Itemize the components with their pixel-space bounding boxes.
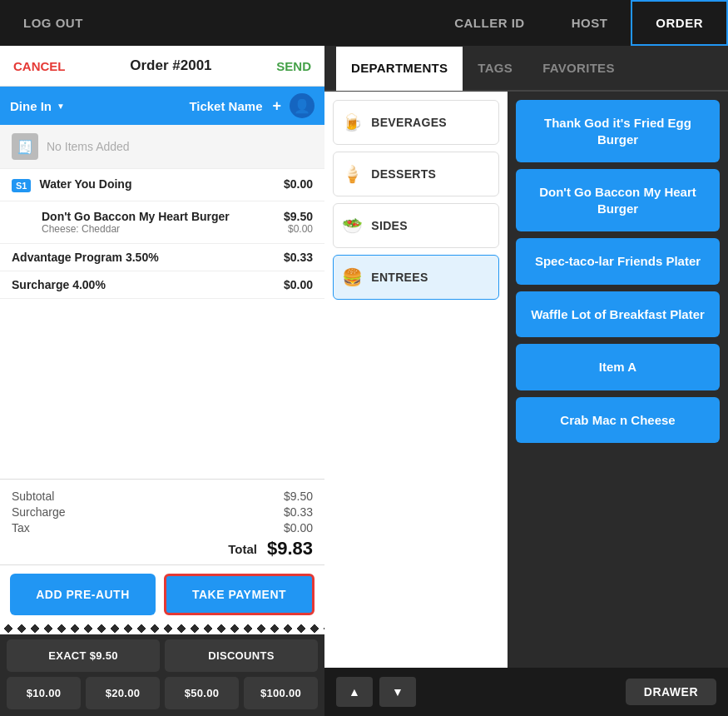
right-panel: DEPARTMENTS TAGS FAVORITES 🍺 BEVERAGES 🍦… [324, 46, 728, 716]
order-header: CANCEL Order #2001 SEND [0, 46, 324, 87]
dept-desserts[interactable]: 🍦 DESSERTS [333, 152, 499, 196]
menu-item-4[interactable]: Item A [516, 344, 720, 390]
dept-sides[interactable]: 🥗 SIDES [333, 203, 499, 248]
ticket-name-label: Ticket Name [189, 99, 262, 113]
dept-desserts-label: DESSERTS [371, 167, 436, 181]
item-badge: S1 [12, 179, 31, 192]
total-amount: $9.83 [267, 538, 313, 559]
desserts-icon: 🍦 [342, 164, 363, 184]
no-items-row: 🧾 No Items Added [0, 125, 324, 169]
menu-item-1[interactable]: Don't Go Baccon My Heart Burger [516, 169, 720, 231]
tab-favorites[interactable]: FAVORITES [527, 47, 630, 91]
table-row[interactable]: S1 Water You Doing $0.00 [0, 169, 324, 201]
pre-auth-button[interactable]: ADD PRE-AUTH [10, 574, 156, 615]
surcharge-label: Surcharge [12, 505, 66, 519]
amount-10-button[interactable]: $10.00 [7, 677, 81, 709]
subtotal-label: Subtotal [12, 490, 54, 503]
fee-label: Surcharge 4.00% [12, 278, 106, 291]
ticket-row: Dine In ▼ Ticket Name + 👤 [0, 87, 324, 125]
menu-item-2[interactable]: Spec-taco-lar Friends Plater [516, 238, 720, 285]
dept-entrees[interactable]: 🍔 ENTREES [333, 255, 499, 300]
dine-in-label: Dine In [10, 99, 52, 113]
cancel-button[interactable]: CANCEL [13, 59, 66, 73]
send-button[interactable]: SEND [276, 59, 311, 73]
tax-row: Tax $0.00 [12, 521, 313, 535]
amount-50-button[interactable]: $50.00 [165, 677, 239, 709]
item-details: Water You Doing [39, 177, 275, 191]
menu-item-0[interactable]: Thank God it's Fried Egg Burger [516, 100, 720, 162]
dept-entrees-label: ENTREES [371, 271, 428, 284]
item-price: $0.00 [284, 177, 313, 191]
beverages-icon: 🍺 [342, 112, 363, 132]
tax-amount: $0.00 [284, 521, 313, 535]
dept-beverages-label: BEVERAGES [371, 116, 447, 129]
add-ticket-button[interactable]: + [272, 97, 281, 115]
nav-logout[interactable]: LOG OUT [0, 0, 106, 46]
tab-tags[interactable]: TAGS [463, 47, 527, 91]
item-modifier-price: $0.00 [284, 223, 313, 235]
dept-beverages[interactable]: 🍺 BEVERAGES [333, 100, 499, 145]
fee-amount: $0.00 [284, 278, 313, 291]
order-items-list: S1 Water You Doing $0.00 Don't Go Baccon… [0, 169, 324, 479]
drawer-button[interactable]: DRAWER [626, 679, 716, 705]
dept-items-area: 🍺 BEVERAGES 🍦 DESSERTS 🥗 SIDES 🍔 ENTREES [324, 92, 728, 668]
main-content: CANCEL Order #2001 SEND Dine In ▼ Ticket… [0, 46, 728, 716]
fee-label: Advantage Program 3.50% [12, 251, 159, 264]
quick-row-1: EXACT $9.50 DISCOUNTS [0, 634, 324, 674]
item-details: Don't Go Baccon My Heart Burger Cheese: … [42, 210, 275, 235]
surcharge-amount: $0.33 [284, 505, 313, 519]
totals-section: Subtotal $9.50 Surcharge $0.33 Tax $0.00… [0, 479, 324, 564]
nav-caller-id[interactable]: CALLER ID [431, 0, 548, 46]
receipt-icon: 🧾 [12, 133, 38, 160]
item-name: Water You Doing [39, 177, 275, 191]
item-price: $9.50 [284, 210, 313, 223]
fee-amount: $0.33 [284, 251, 313, 264]
tabs-row: DEPARTMENTS TAGS FAVORITES [324, 46, 728, 92]
item-modifier: Cheese: Cheddar [42, 223, 275, 235]
quick-row-2: $10.00 $20.00 $50.00 $100.00 [0, 674, 324, 716]
subtotal-amount: $9.50 [284, 490, 313, 503]
tax-label: Tax [12, 521, 30, 535]
departments-list: 🍺 BEVERAGES 🍦 DESSERTS 🥗 SIDES 🍔 ENTREES [324, 92, 508, 668]
quick-bar: EXACT $9.50 DISCOUNTS $10.00 $20.00 $50.… [0, 634, 324, 716]
top-nav: LOG OUT CALLER ID HOST ORDER [0, 0, 728, 46]
take-payment-button[interactable]: TAKE PAYMENT [164, 574, 314, 615]
nav-host[interactable]: HOST [548, 0, 631, 46]
amount-100-button[interactable]: $100.00 [244, 677, 318, 709]
left-panel: CANCEL Order #2001 SEND Dine In ▼ Ticket… [0, 46, 324, 716]
dine-in-selector[interactable]: Dine In ▼ [10, 99, 65, 113]
fee-row-advantage: Advantage Program 3.50% $0.33 [0, 244, 324, 271]
exact-amount-button[interactable]: EXACT $9.50 [7, 639, 160, 672]
entrees-icon: 🍔 [342, 267, 363, 287]
table-row[interactable]: Don't Go Baccon My Heart Burger Cheese: … [0, 201, 324, 244]
menu-item-3[interactable]: Waffle Lot of Breakfast Plater [516, 291, 720, 338]
scroll-up-button[interactable]: ▲ [336, 677, 373, 707]
total-label: Total [228, 542, 257, 556]
dept-sides-label: SIDES [371, 219, 408, 232]
tab-departments[interactable]: DEPARTMENTS [336, 47, 463, 91]
amount-20-button[interactable]: $20.00 [86, 677, 160, 709]
action-buttons: ADD PRE-AUTH TAKE PAYMENT [0, 564, 324, 624]
dropdown-arrow-icon: ▼ [57, 102, 65, 111]
sides-icon: 🥗 [342, 216, 363, 236]
avatar[interactable]: 👤 [290, 93, 314, 118]
menu-items-grid: Thank God it's Fried Egg Burger Don't Go… [508, 92, 728, 668]
bottom-right-bar: ▲ ▼ DRAWER [324, 668, 728, 716]
scroll-down-button[interactable]: ▼ [379, 677, 416, 707]
fee-row-surcharge: Surcharge 4.00% $0.00 [0, 271, 324, 299]
subtotal-row: Subtotal $9.50 [12, 490, 313, 503]
menu-item-5[interactable]: Crab Mac n Cheese [516, 397, 720, 444]
item-name: Don't Go Baccon My Heart Burger [42, 210, 275, 223]
no-items-label: No Items Added [47, 140, 130, 153]
discounts-button[interactable]: DISCOUNTS [165, 639, 318, 672]
receipt-zigzag [0, 623, 324, 634]
avatar-icon: 👤 [294, 98, 310, 114]
surcharge-row: Surcharge $0.33 [12, 505, 313, 519]
total-row: Total $9.83 [12, 538, 313, 559]
order-title: Order #2001 [130, 57, 211, 74]
nav-order[interactable]: ORDER [631, 0, 728, 46]
nav-arrows: ▲ ▼ [336, 677, 416, 707]
